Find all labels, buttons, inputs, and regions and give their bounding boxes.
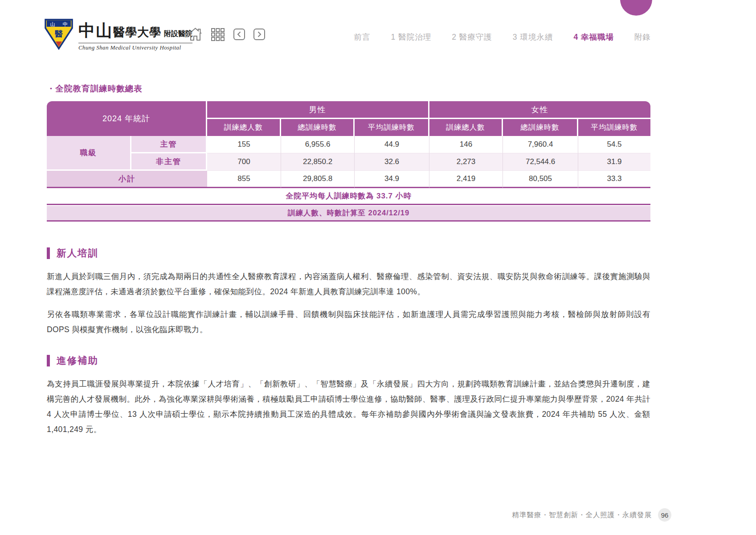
paragraph: 另依各職類專業需求，各單位設計職能實作訓練計畫，輔以訓練手冊、回饋機制與臨床技能…: [47, 307, 650, 337]
home-icon[interactable]: [188, 27, 203, 42]
svg-text:山: 山: [50, 21, 55, 27]
table-cell: 72,544.6: [503, 153, 578, 171]
group-header-male: 男性: [207, 101, 429, 119]
page-content: ・全院教育訓練時數總表 2024 年統計 男性 女性 訓練總人數 總訓練時數 平…: [47, 83, 650, 437]
table-cell: 2,273: [429, 153, 503, 171]
report-viewer-page: 山 中 醫 中山 醫學大學 附設醫院 Chung Shan Medical Un…: [0, 0, 756, 535]
table-cell: 855: [207, 171, 281, 188]
nav-item-foreword[interactable]: 前言: [354, 32, 371, 42]
table-cell: 22,850.2: [281, 153, 355, 171]
table-cell: 6,955.6: [281, 136, 355, 153]
table-cell: 2,419: [429, 171, 503, 188]
row-label: 非主管: [131, 153, 207, 171]
next-page-icon[interactable]: [253, 28, 266, 41]
section-heading-study-subsidy: 進修補助: [47, 354, 650, 367]
paragraph: 為支持員工職涯發展與專業提升，本院依據「人才培育」、「創新教研」、「智慧醫療」及…: [47, 376, 650, 437]
table-cell: 33.3: [578, 171, 650, 188]
table-row-non-supervisor: 非主管 700 22,850.2 32.6 2,273 72,544.6 31.…: [47, 153, 650, 171]
grid-icon[interactable]: [210, 27, 225, 42]
table-cell: 700: [207, 153, 281, 171]
nav-item-governance[interactable]: 1 醫院治理: [391, 32, 432, 42]
table-cell: 7,960.4: [503, 136, 578, 153]
table-title: ・全院教育訓練時數總表: [47, 83, 650, 94]
table-cell: 29,805.8: [281, 171, 355, 188]
logo-zh-univ: 醫學大學: [113, 25, 161, 40]
group-header-female: 女性: [429, 101, 650, 119]
subtotal-label: 小計: [47, 171, 207, 188]
footer-slogan: 精準醫療・智慧創新・全人照護・永續發展: [512, 510, 652, 520]
heading-bar-icon: [47, 247, 50, 259]
svg-text:中: 中: [63, 21, 68, 27]
hospital-logo-text: 中山 醫學大學 附設醫院 Chung Shan Medical Universi…: [78, 20, 192, 51]
column-header: 訓練總人數: [429, 119, 503, 136]
table-row-subtotal: 小計 855 29,805.8 34.9 2,419 80,505 33.3: [47, 171, 650, 188]
training-hours-table: 2024 年統計 男性 女性 訓練總人數 總訓練時數 平均訓練時數 訓練總人數 …: [47, 101, 650, 222]
table-cell: 32.6: [355, 153, 429, 171]
column-header: 總訓練時數: [281, 119, 355, 136]
heading-bar-icon: [47, 355, 50, 366]
hospital-logo: 山 中 醫 中山 醫學大學 附設醫院 Chung Shan Medical Un…: [45, 19, 192, 52]
nav-item-environment[interactable]: 3 環境永續: [513, 32, 553, 42]
table-footnote: 訓練人數、時數計算至 2024/12/19: [47, 205, 650, 222]
nav-item-appendix[interactable]: 附錄: [634, 32, 651, 42]
prev-page-icon[interactable]: [233, 28, 245, 41]
table-cell: 31.9: [578, 153, 650, 171]
table-row-average-note: 全院平均每人訓練時數為 33.7 小時: [47, 188, 650, 205]
hospital-shield-icon: 山 中 醫: [45, 19, 73, 52]
page-footer: 精準醫療・智慧創新・全人照護・永續發展 96: [512, 508, 672, 522]
corner-decoration-circle: [620, 0, 652, 16]
column-header: 平均訓練時數: [578, 119, 650, 136]
logo-zh-main: 中山: [78, 20, 113, 42]
row-group-label: 職級: [47, 136, 131, 171]
table-cell: 155: [207, 136, 281, 153]
table-row-footnote: 訓練人數、時數計算至 2024/12/19: [47, 205, 650, 222]
average-note: 全院平均每人訓練時數為 33.7 小時: [47, 188, 650, 205]
section-heading-label: 進修補助: [57, 354, 98, 367]
page-number-badge: 96: [658, 508, 671, 522]
table-row-supervisor: 職級 主管 155 6,955.6 44.9 146 7,960.4 54.5: [47, 136, 650, 153]
section-heading-new-staff-training: 新人培訓: [47, 247, 650, 259]
column-header: 平均訓練時數: [355, 119, 429, 136]
paragraph: 新進人員於到職三個月內，須完成為期兩日的共通性全人醫療教育課程，內容涵蓋病人權利…: [47, 269, 650, 299]
column-header: 總訓練時數: [503, 119, 578, 136]
table-cell: 34.9: [355, 171, 429, 188]
corner-header-cell: 2024 年統計: [47, 101, 207, 136]
nav-item-happy-workplace[interactable]: 4 幸福職場: [573, 32, 614, 42]
chapter-nav: 前言 1 醫院治理 2 醫療守護 3 環境永續 4 幸福職場 附錄: [354, 32, 651, 42]
table-cell: 54.5: [578, 136, 650, 153]
svg-text:醫: 醫: [55, 29, 63, 38]
column-header: 訓練總人數: [207, 119, 281, 136]
nav-item-medical-care[interactable]: 2 醫療守護: [452, 32, 492, 42]
logo-en-name: Chung Shan Medical University Hospital: [78, 43, 192, 51]
table-cell: 80,505: [503, 171, 578, 188]
table-cell: 146: [429, 136, 503, 153]
table-cell: 44.9: [355, 136, 429, 153]
row-label: 主管: [131, 136, 207, 153]
viewer-toolbar: [188, 27, 266, 42]
section-heading-label: 新人培訓: [57, 247, 98, 259]
